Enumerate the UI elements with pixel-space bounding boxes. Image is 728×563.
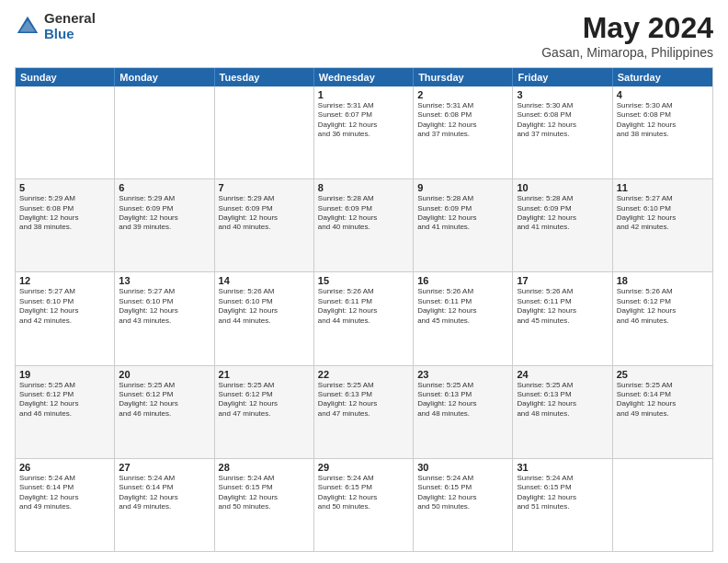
day-number: 3 [517,89,608,100]
cell-text: Sunrise: 5:24 AMSunset: 6:15 PMDaylight:… [417,474,508,512]
day-number: 19 [19,369,110,380]
calendar-row-0: 1Sunrise: 5:31 AMSunset: 6:07 PMDaylight… [16,86,712,178]
logo-general: General [44,11,96,27]
cell-text: Sunrise: 5:26 AMSunset: 6:11 PMDaylight:… [417,287,508,326]
cal-cell: 22Sunrise: 5:25 AMSunset: 6:13 PMDayligh… [314,366,414,458]
cal-cell: 19Sunrise: 5:25 AMSunset: 6:12 PMDayligh… [16,366,115,458]
cal-cell [16,86,115,178]
cell-text: Sunrise: 5:25 AMSunset: 6:12 PMDaylight:… [119,381,210,419]
cal-cell: 25Sunrise: 5:25 AMSunset: 6:14 PMDayligh… [613,366,712,458]
cell-text: Sunrise: 5:26 AMSunset: 6:11 PMDaylight:… [318,287,409,326]
cell-text: Sunrise: 5:24 AMSunset: 6:15 PMDaylight:… [517,474,608,512]
cell-text: Sunrise: 5:26 AMSunset: 6:11 PMDaylight:… [517,287,608,326]
cal-cell: 23Sunrise: 5:25 AMSunset: 6:13 PMDayligh… [414,366,513,458]
day-number: 16 [417,275,508,286]
logo-blue: Blue [44,27,96,42]
cell-text: Sunrise: 5:24 AMSunset: 6:14 PMDaylight:… [119,474,210,512]
cell-text: Sunrise: 5:25 AMSunset: 6:12 PMDaylight:… [19,381,110,419]
day-number: 15 [318,275,409,286]
day-number: 27 [119,462,210,473]
cal-cell [115,86,214,178]
cell-text: Sunrise: 5:28 AMSunset: 6:09 PMDaylight:… [318,194,409,233]
cal-cell: 14Sunrise: 5:26 AMSunset: 6:10 PMDayligh… [215,272,314,364]
day-number: 31 [517,462,608,473]
logo: General Blue [15,11,96,41]
cell-text: Sunrise: 5:27 AMSunset: 6:10 PMDaylight:… [19,287,110,326]
cal-cell: 26Sunrise: 5:24 AMSunset: 6:14 PMDayligh… [16,459,115,551]
header: General Blue May 2024 Gasan, Mimaropa, P… [15,11,713,60]
header-day-monday: Monday [115,68,214,86]
day-number: 28 [219,462,310,473]
cell-text: Sunrise: 5:25 AMSunset: 6:13 PMDaylight:… [417,381,508,419]
cell-text: Sunrise: 5:24 AMSunset: 6:14 PMDaylight:… [19,474,110,512]
day-number: 6 [119,182,210,193]
cal-cell: 1Sunrise: 5:31 AMSunset: 6:07 PMDaylight… [314,86,414,178]
header-day-saturday: Saturday [613,68,712,86]
day-number: 29 [318,462,409,473]
cell-text: Sunrise: 5:28 AMSunset: 6:09 PMDaylight:… [517,194,608,233]
day-number: 17 [517,275,608,286]
day-number: 21 [219,369,310,380]
cell-text: Sunrise: 5:25 AMSunset: 6:13 PMDaylight:… [517,381,608,419]
cal-cell: 31Sunrise: 5:24 AMSunset: 6:15 PMDayligh… [513,459,612,551]
cal-cell: 3Sunrise: 5:30 AMSunset: 6:08 PMDaylight… [513,86,612,178]
cell-text: Sunrise: 5:29 AMSunset: 6:09 PMDaylight:… [219,194,310,233]
header-day-thursday: Thursday [414,68,513,86]
day-number: 2 [417,89,508,100]
day-number: 26 [19,462,110,473]
day-number: 23 [417,369,508,380]
cal-cell [215,86,314,178]
calendar-row-1: 5Sunrise: 5:29 AMSunset: 6:08 PMDaylight… [16,178,712,271]
cell-text: Sunrise: 5:25 AMSunset: 6:14 PMDaylight:… [617,381,709,419]
cal-cell: 16Sunrise: 5:26 AMSunset: 6:11 PMDayligh… [414,272,513,364]
page: General Blue May 2024 Gasan, Mimaropa, P… [0,0,728,563]
header-day-sunday: Sunday [16,68,115,86]
day-number: 11 [617,182,709,193]
header-day-wednesday: Wednesday [314,68,414,86]
cell-text: Sunrise: 5:26 AMSunset: 6:10 PMDaylight:… [219,287,310,326]
cal-cell: 8Sunrise: 5:28 AMSunset: 6:09 PMDaylight… [314,179,414,271]
calendar-row-4: 26Sunrise: 5:24 AMSunset: 6:14 PMDayligh… [16,458,712,551]
day-number: 22 [318,369,409,380]
cell-text: Sunrise: 5:31 AMSunset: 6:08 PMDaylight:… [417,101,508,140]
cell-text: Sunrise: 5:30 AMSunset: 6:08 PMDaylight:… [517,101,608,140]
day-number: 10 [517,182,608,193]
cell-text: Sunrise: 5:30 AMSunset: 6:08 PMDaylight:… [617,101,709,140]
calendar-header: SundayMondayTuesdayWednesdayThursdayFrid… [16,68,712,86]
cal-cell: 28Sunrise: 5:24 AMSunset: 6:15 PMDayligh… [215,459,314,551]
cal-cell: 20Sunrise: 5:25 AMSunset: 6:12 PMDayligh… [115,366,214,458]
cell-text: Sunrise: 5:24 AMSunset: 6:15 PMDaylight:… [219,474,310,512]
cal-cell: 30Sunrise: 5:24 AMSunset: 6:15 PMDayligh… [414,459,513,551]
cell-text: Sunrise: 5:31 AMSunset: 6:07 PMDaylight:… [318,101,409,140]
day-number: 30 [417,462,508,473]
cal-cell: 9Sunrise: 5:28 AMSunset: 6:09 PMDaylight… [414,179,513,271]
cell-text: Sunrise: 5:29 AMSunset: 6:08 PMDaylight:… [19,194,110,233]
header-day-tuesday: Tuesday [215,68,314,86]
cal-cell: 24Sunrise: 5:25 AMSunset: 6:13 PMDayligh… [513,366,612,458]
cell-text: Sunrise: 5:29 AMSunset: 6:09 PMDaylight:… [119,194,210,233]
cell-text: Sunrise: 5:25 AMSunset: 6:13 PMDaylight:… [318,381,409,419]
logo-text: General Blue [44,11,96,41]
header-day-friday: Friday [513,68,612,86]
day-number: 14 [219,275,310,286]
cell-text: Sunrise: 5:28 AMSunset: 6:09 PMDaylight:… [417,194,508,233]
cal-cell: 27Sunrise: 5:24 AMSunset: 6:14 PMDayligh… [115,459,214,551]
day-number: 12 [19,275,110,286]
day-number: 25 [617,369,709,380]
main-title: May 2024 [541,11,713,45]
day-number: 18 [617,275,709,286]
cell-text: Sunrise: 5:26 AMSunset: 6:12 PMDaylight:… [617,287,709,326]
cal-cell: 21Sunrise: 5:25 AMSunset: 6:12 PMDayligh… [215,366,314,458]
calendar-row-2: 12Sunrise: 5:27 AMSunset: 6:10 PMDayligh… [16,271,712,364]
cell-text: Sunrise: 5:24 AMSunset: 6:15 PMDaylight:… [318,474,409,512]
day-number: 5 [19,182,110,193]
cal-cell: 29Sunrise: 5:24 AMSunset: 6:15 PMDayligh… [314,459,414,551]
cal-cell: 4Sunrise: 5:30 AMSunset: 6:08 PMDaylight… [613,86,712,178]
day-number: 9 [417,182,508,193]
cal-cell: 15Sunrise: 5:26 AMSunset: 6:11 PMDayligh… [314,272,414,364]
cal-cell: 7Sunrise: 5:29 AMSunset: 6:09 PMDaylight… [215,179,314,271]
day-number: 1 [318,89,409,100]
day-number: 8 [318,182,409,193]
day-number: 20 [119,369,210,380]
day-number: 7 [219,182,310,193]
